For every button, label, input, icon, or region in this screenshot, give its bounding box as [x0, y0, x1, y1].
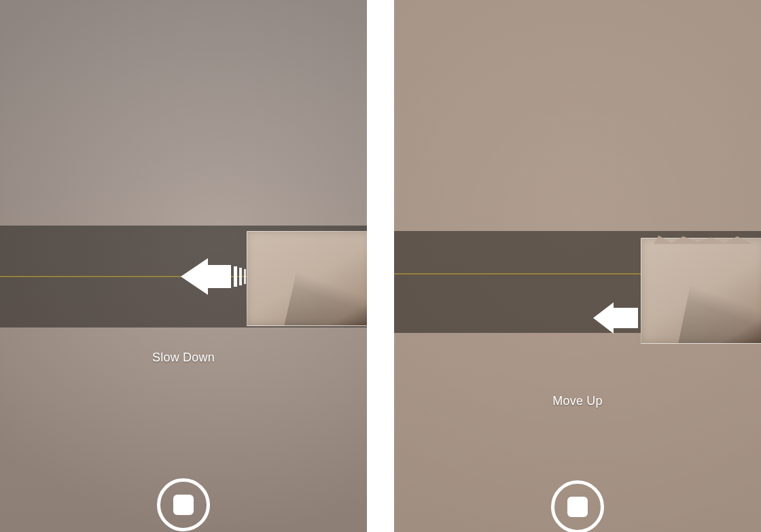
hint-text: Slow Down — [0, 351, 367, 365]
svg-rect-2 — [244, 269, 246, 284]
stop-capture-button[interactable] — [551, 480, 604, 532]
screenshot-separator — [367, 0, 394, 532]
arrow-left-trail-icon — [181, 258, 253, 295]
panorama-capture-right: Move Up — [394, 0, 761, 532]
svg-rect-0 — [234, 266, 237, 287]
arrow-left-icon — [593, 302, 638, 334]
stop-icon — [173, 495, 194, 515]
stop-icon — [567, 497, 588, 517]
panorama-capture-left: Slow Down — [0, 0, 367, 532]
panorama-preview-thumbnail — [247, 231, 367, 326]
panorama-preview-thumbnail — [641, 238, 761, 344]
stop-capture-button[interactable] — [157, 478, 210, 531]
hint-text: Move Up — [394, 394, 761, 408]
svg-rect-1 — [239, 268, 242, 285]
